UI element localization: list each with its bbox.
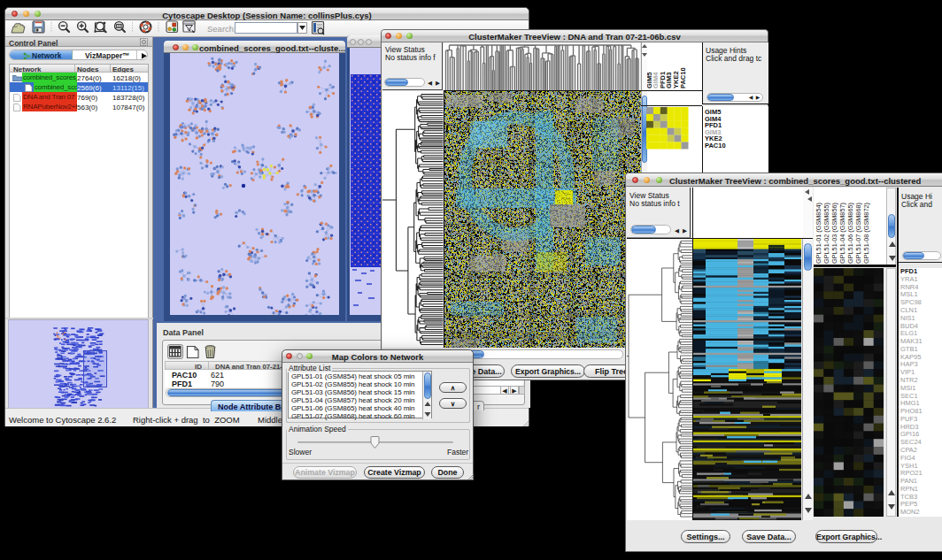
svg-text:GPL51-04 (GSM857): GPL51-04 (GSM857) bbox=[838, 203, 846, 264]
svg-text:GPL51-08 (GSM872): GPL51-08 (GSM872) bbox=[862, 203, 870, 264]
svg-text:GPL51-02 (GSM855): GPL51-02 (GSM855) bbox=[822, 203, 830, 264]
svg-text:GPL51-07 (GSM868): GPL51-07 (GSM868) bbox=[854, 203, 862, 264]
svg-text:GPL51-03 (GSM856): GPL51-03 (GSM856) bbox=[830, 203, 838, 264]
svg-text:PAC10: PAC10 bbox=[679, 67, 687, 88]
svg-text:GPL51-06 (GSM865): GPL51-06 (GSM865) bbox=[846, 203, 854, 264]
svg-text:GPL51-01 (GSM854): GPL51-01 (GSM854) bbox=[815, 203, 822, 264]
